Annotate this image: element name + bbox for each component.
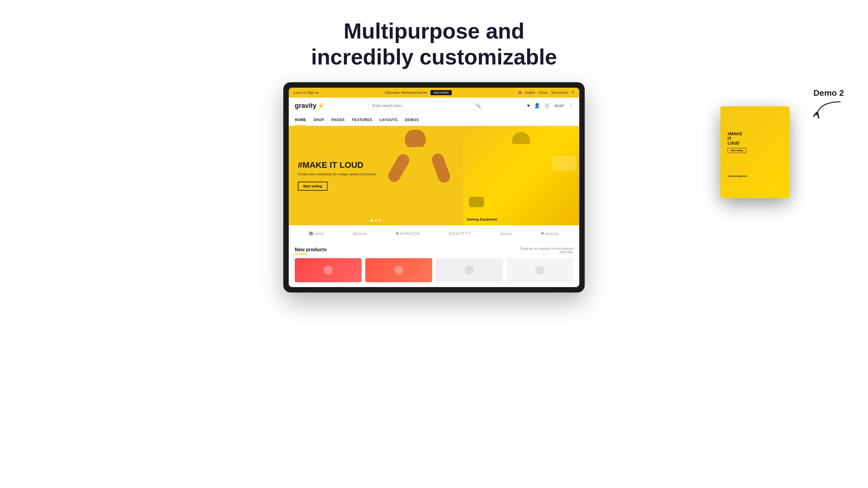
search-bar: 🔍 xyxy=(369,101,483,110)
page-title: Multipurpose and incredibly customizable xyxy=(311,18,557,70)
demo-text: Demo 2 xyxy=(813,88,844,98)
lightning-icon: ⚡ xyxy=(317,102,324,109)
hero-title: #MAKE IT LOUD xyxy=(298,161,377,170)
language-selector[interactable]: English xyxy=(525,91,535,94)
product-card-2[interactable] xyxy=(365,258,432,282)
start-selling-button[interactable]: Start selling xyxy=(298,182,328,191)
dot-3[interactable] xyxy=(379,219,381,222)
brand-horizon: HORIZON xyxy=(396,231,420,236)
hero-section: #MAKE IT LOUD Create your onlineshop for… xyxy=(289,126,579,225)
store-nav: HOME SHOP PAGES FEATURES LAYOUTS DEMOS xyxy=(289,114,579,126)
product-card-1[interactable] xyxy=(295,258,362,282)
section-title-block: New products xyxy=(295,247,327,255)
demo-arrow-icon xyxy=(813,100,844,119)
logo-text: gravity xyxy=(295,102,316,110)
tablet-mockup: Log in or Sign up Optionaler Marketing B… xyxy=(283,82,585,293)
hero-subtitle: Create your onlineshop for a large varie… xyxy=(298,172,377,176)
stratus-logo-icon xyxy=(541,232,544,235)
gaming-bg: Gaming Equipment xyxy=(463,126,579,225)
cart-amount: €0.00* xyxy=(555,104,564,107)
tablet-screen: Log in or Sign up Optionaler Marketing B… xyxy=(289,88,579,287)
announcement-login[interactable]: Log in or Sign up xyxy=(293,91,318,94)
store-header: gravity ⚡ 🔍 ♥ 👤 🛒 €0.00* ⋮ xyxy=(289,98,579,114)
product-card-bg-1 xyxy=(295,258,362,282)
wishlist-icon[interactable]: ♥ xyxy=(527,103,530,108)
section-header: New products Check out our selection of … xyxy=(295,247,573,255)
demo-label: Demo 2 xyxy=(813,88,844,119)
mobile-mockup: Optionaler Marketing Banner Jetzt testen… xyxy=(720,106,789,198)
main-content: Demo 2 Log in or Sign up Optionaler Mark… xyxy=(0,82,868,293)
product-card-3[interactable] xyxy=(436,258,503,282)
nav-features[interactable]: FEATURES xyxy=(352,114,373,126)
nav-home[interactable]: HOME xyxy=(295,114,306,126)
keyboard-icon xyxy=(552,156,576,171)
announcement-text: Optionaler Marketing Banner xyxy=(385,91,427,94)
hero-content: #MAKE IT LOUD Create your onlineshop for… xyxy=(289,152,386,200)
product-img-placeholder-3 xyxy=(465,266,474,275)
controller-icon xyxy=(469,197,484,207)
nav-demos[interactable]: DEMOS xyxy=(405,114,419,126)
section-description: Check out our selection of new products … xyxy=(513,247,573,254)
flag-icon: 🇬🇧 xyxy=(518,91,522,94)
mobile-hero-title: #MAKE IT LOUD xyxy=(727,132,746,145)
cart-icon[interactable]: 🛒 xyxy=(544,103,550,108)
jetzt-testen-button[interactable]: Jetzt testen xyxy=(430,90,452,95)
product-card-bg-3 xyxy=(436,258,503,282)
mobile-start-button[interactable]: Start selling xyxy=(727,148,746,153)
nav-layouts[interactable]: LAYOUTS xyxy=(379,114,398,126)
close-button[interactable]: ✕ xyxy=(571,90,575,95)
nav-pages[interactable]: PAGES xyxy=(332,114,345,126)
products-row xyxy=(295,258,573,282)
announcement-bar: Log in or Sign up Optionaler Marketing B… xyxy=(289,88,579,98)
product-card-bg-4 xyxy=(506,258,573,282)
svg-rect-0 xyxy=(309,232,313,235)
page-header: Multipurpose and incredibly customizable xyxy=(311,18,557,70)
nav-shop[interactable]: SHOP xyxy=(313,114,324,126)
product-card-bg-2 xyxy=(365,258,432,282)
product-img-placeholder-4 xyxy=(535,266,544,275)
account-icon[interactable]: 👤 xyxy=(534,103,540,108)
gaming-label-container: Gaming Equipment xyxy=(467,216,576,222)
search-input[interactable] xyxy=(369,101,483,110)
hero-left: #MAKE IT LOUD Create your onlineshop for… xyxy=(289,126,463,225)
brand-gravtty: GRAVTTY xyxy=(449,231,471,236)
service-link[interactable]: Service/help xyxy=(551,91,568,94)
product-img-placeholder-2 xyxy=(394,266,403,275)
header-actions: ♥ 👤 🛒 €0.00* ⋮ xyxy=(527,103,573,108)
brand-sphere: Sphere xyxy=(352,231,367,236)
svg-point-2 xyxy=(541,232,544,235)
hero-right: Gaming Equipment xyxy=(463,126,579,225)
zenit-logo-icon xyxy=(309,232,313,235)
more-icon[interactable]: ⋮ xyxy=(568,103,573,108)
announcement-right: 🇬🇧 English € Euro Service/help ✕ xyxy=(518,90,575,95)
dot-1[interactable] xyxy=(370,219,373,222)
brand-zenit: zenit xyxy=(309,231,324,236)
mobile-gaming-section: Gaming Equipment xyxy=(726,161,784,179)
brands-section: zenit Sphere HORIZON GRAVTTY atmos strat… xyxy=(289,225,579,242)
search-icon[interactable]: 🔍 xyxy=(475,103,481,108)
product-card-4[interactable] xyxy=(506,258,573,282)
svg-point-1 xyxy=(396,232,398,235)
horizon-logo-icon xyxy=(396,232,399,235)
section-title: New products xyxy=(295,247,327,253)
mobile-hero-content: #MAKE IT LOUD Start selling xyxy=(724,129,750,156)
hero-dots xyxy=(370,219,381,222)
dot-2[interactable] xyxy=(375,219,377,222)
currency-selector[interactable]: € Euro xyxy=(538,91,547,94)
announcement-center: Optionaler Marketing Banner Jetzt testen xyxy=(385,90,452,95)
section-title-underline xyxy=(295,254,307,255)
product-img-placeholder-1 xyxy=(324,266,333,275)
mobile-screen: Optionaler Marketing Banner Jetzt testen… xyxy=(724,110,786,194)
gaming-label: Gaming Equipment xyxy=(467,218,497,221)
new-products-section: New products Check out our selection of … xyxy=(289,242,579,287)
mobile-gaming-label: Gaming Equipment xyxy=(727,175,747,177)
brand-atmos: atmos xyxy=(500,231,512,236)
store-logo: gravity ⚡ xyxy=(295,102,324,110)
brand-stratus: stratus xyxy=(541,231,559,236)
